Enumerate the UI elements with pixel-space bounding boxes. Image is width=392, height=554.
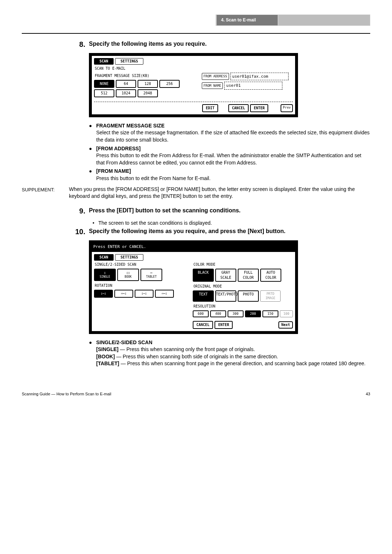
- supplement: SUPPLEMENT: When you press the [FROM ADD…: [22, 186, 370, 200]
- edit-button[interactable]: EDIT: [202, 104, 218, 112]
- rotation-opt-3[interactable]: ▯→▯: [135, 290, 154, 298]
- bullet-frag-body: Select the size of the message fragmenta…: [96, 130, 369, 143]
- book-label: [BOOK]: [96, 354, 115, 359]
- page-icon: ▯: [104, 271, 106, 275]
- rule: [22, 33, 370, 34]
- bullet-icon: ●: [89, 145, 96, 167]
- step-title: Specify the following items as you requi…: [89, 227, 285, 237]
- bullet-icon: ●: [89, 168, 96, 182]
- step-number: 10.: [73, 227, 89, 237]
- book-body: — Press this when scanning both side of …: [115, 354, 278, 359]
- header-bar: 4. Scan to E-mail: [22, 15, 370, 26]
- tablet-label: [TABLET]: [96, 360, 119, 366]
- sub-bullet-dot: •: [93, 220, 98, 227]
- single-scan-label: SINGLE/2-SIDED SCAN: [94, 261, 185, 269]
- book-icon: ▯▯: [126, 271, 130, 275]
- orig-photo[interactable]: PHOTO: [238, 290, 259, 302]
- tablet-body: — Press this when scanning front page in…: [119, 360, 366, 366]
- orig-text[interactable]: TEXT: [193, 290, 214, 302]
- bullet-frag-title: FRAGMENT MESSAGE SIZE: [96, 123, 164, 129]
- size-128[interactable]: 128: [138, 80, 158, 88]
- res-150[interactable]: 150: [262, 310, 278, 317]
- from-name-value: user01: [224, 82, 282, 89]
- fragment-size-label: FRAGMENT MESSAGE SIZE(KB): [94, 73, 195, 80]
- bullet-from-addr-title: [FROM ADDRESS]: [96, 146, 140, 151]
- tab-settings[interactable]: SETTINGS: [115, 254, 143, 261]
- resolution-label: RESOLUTION: [193, 303, 293, 310]
- scan-mode-single[interactable]: ▯ SINGLE: [94, 269, 116, 281]
- enter-button[interactable]: ENTER: [250, 104, 268, 112]
- section-tab: 4. Scan to E-mail: [216, 15, 278, 25]
- size-256[interactable]: 256: [159, 80, 180, 88]
- cancel-button[interactable]: CANCEL: [193, 321, 213, 329]
- next-button[interactable]: Next: [278, 321, 293, 329]
- orig-textphoto[interactable]: TEXT/PHOTO: [215, 290, 236, 302]
- res-400[interactable]: 400: [210, 310, 226, 317]
- bullet-from-name-body: Press this button to edit the From Name …: [96, 175, 211, 181]
- bullet-icon: ●: [89, 339, 96, 367]
- tab-scan[interactable]: SCAN: [94, 254, 114, 261]
- bullet-from-name-title: [FROM NAME]: [96, 168, 131, 174]
- step-title: Specify the following items as you requi…: [89, 39, 207, 49]
- scan-mode-tablet[interactable]: ▭ TABLET: [140, 269, 162, 281]
- size-512[interactable]: 512: [94, 89, 114, 97]
- size-none[interactable]: NONE: [94, 80, 114, 88]
- printer-screen-2: Press ENTER or CANCEL. SCAN SETTINGS SIN…: [89, 240, 298, 334]
- res-300[interactable]: 300: [228, 310, 244, 317]
- size-2048[interactable]: 2048: [138, 89, 158, 97]
- cancel-button[interactable]: CANCEL: [228, 104, 249, 112]
- from-address-button[interactable]: FROM ADDRESS: [202, 73, 229, 80]
- single-body: — Press this when scanning only the fron…: [118, 346, 255, 352]
- single-label: [SINGLE]: [96, 346, 118, 352]
- bullet-icon: ●: [89, 122, 96, 144]
- rotation-opt-4[interactable]: ▭→▯: [155, 290, 174, 298]
- from-address-value: user01@ifax.com: [230, 73, 289, 80]
- step-9-sub: The screen to set the scan conditions is…: [98, 220, 212, 227]
- supplement-body: When you press the [FROM ADDRESS] or [FR…: [69, 186, 370, 200]
- scan-mode-book[interactable]: ▯▯ BOOK: [117, 269, 139, 281]
- tablet-icon: ▭: [151, 271, 152, 275]
- step-number: 9.: [73, 206, 89, 216]
- screen-title: SCAN TO E-MAIL: [94, 65, 293, 73]
- color-gray[interactable]: GRAY SCALE: [215, 269, 236, 282]
- footer-left: Scanning Guide — How to Perform Scan to …: [22, 391, 111, 397]
- enter-button[interactable]: ENTER: [215, 321, 233, 329]
- footer-page-number: 43: [366, 391, 370, 397]
- color-black[interactable]: BLACK: [193, 269, 214, 282]
- step-8: 8. Specify the following items as you re…: [73, 39, 370, 182]
- rotation-opt-2[interactable]: ▭→▯: [114, 290, 133, 298]
- prev-button[interactable]: Prev: [281, 104, 293, 112]
- size-64[interactable]: 64: [116, 80, 136, 88]
- color-full[interactable]: FULL COLOR: [238, 269, 259, 282]
- from-name-button[interactable]: FROM NAME: [202, 82, 223, 89]
- orig-prtd: PRTD IMAGE: [260, 290, 281, 302]
- res-600[interactable]: 600: [193, 310, 209, 317]
- header-tab-spacer: [278, 15, 370, 25]
- bullet-single-title: SINGLE/2-SIDED SCAN: [96, 339, 152, 345]
- tab-scan[interactable]: SCAN: [94, 58, 114, 65]
- color-mode-label: COLOR MODE: [193, 261, 293, 269]
- res-200[interactable]: 200: [245, 310, 261, 317]
- rotation-opt-1[interactable]: ▯→▯: [94, 290, 113, 298]
- res-100: 100: [280, 310, 293, 317]
- printer-screen-1: SCAN SETTINGS SCAN TO E-MAIL FRAGMENT ME…: [89, 53, 298, 117]
- bullet-from-addr-body: Press this button to edit the From Addre…: [96, 152, 361, 166]
- step-10: 10. Specify the following items as you r…: [73, 227, 370, 367]
- supplement-label: SUPPLEMENT:: [22, 186, 69, 200]
- tab-settings[interactable]: SETTINGS: [115, 58, 143, 65]
- screen-prompt: Press ENTER or CANCEL.: [92, 243, 295, 252]
- step-title: Press the [EDIT] button to set the scann…: [89, 206, 241, 216]
- page-footer: Scanning Guide — How to Perform Scan to …: [22, 389, 370, 397]
- step-number: 8.: [73, 39, 89, 49]
- size-1024[interactable]: 1024: [116, 89, 136, 97]
- step-9: 9. Press the [EDIT] button to set the sc…: [73, 206, 370, 227]
- original-mode-label: ORIGINAL MODE: [193, 283, 293, 290]
- color-auto[interactable]: AUTO COLOR: [260, 269, 281, 282]
- rotation-label: ROTATION: [94, 282, 185, 290]
